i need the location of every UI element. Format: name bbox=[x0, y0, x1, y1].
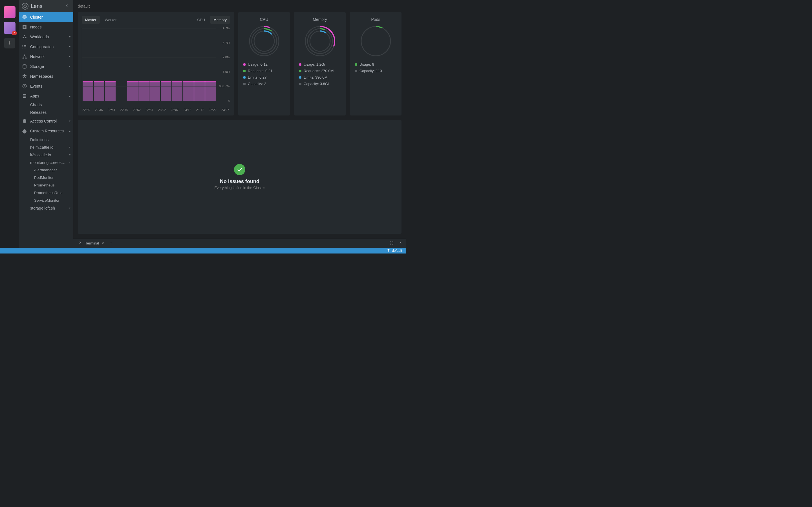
sidebar-item-configuration[interactable]: Configuration ▾ bbox=[19, 42, 73, 52]
legend-text: Requests: 0.21 bbox=[248, 69, 272, 73]
sidebar-sub-alertmanager[interactable]: Alertmanager bbox=[19, 166, 73, 174]
chevron-up-icon: ▴ bbox=[69, 94, 70, 98]
sidebar-item-namespaces[interactable]: Namespaces bbox=[19, 71, 73, 81]
sidebar-item-label: Access Control bbox=[30, 119, 66, 123]
close-icon[interactable]: ✕ bbox=[101, 241, 104, 245]
fullscreen-icon[interactable] bbox=[390, 241, 394, 245]
svg-line-4 bbox=[23, 16, 24, 17]
sidebar-sub-prometheusrule[interactable]: PrometheusRule bbox=[19, 189, 73, 196]
sidebar-sub-k3s[interactable]: k3s.cattle.io ▾ bbox=[19, 151, 73, 159]
gauge-title: Pods bbox=[355, 17, 396, 22]
svg-point-17 bbox=[22, 45, 23, 46]
shield-icon bbox=[22, 118, 28, 124]
toggle-master[interactable]: Master bbox=[82, 16, 100, 24]
memory-gauge-panel: Memory Usage: 1.2Gi Requests: 270.0Mi Li… bbox=[294, 12, 346, 115]
sidebar-item-events[interactable]: Events bbox=[19, 81, 73, 91]
svg-rect-29 bbox=[23, 94, 24, 95]
chart-bar bbox=[194, 82, 205, 101]
svg-rect-36 bbox=[24, 97, 25, 98]
sidebar-sub-podmonitor[interactable]: PodMonitor bbox=[19, 174, 73, 181]
sidebar-item-apps[interactable]: Apps ▴ bbox=[19, 91, 73, 101]
svg-rect-37 bbox=[26, 97, 26, 98]
sidebar-item-cluster[interactable]: Cluster bbox=[19, 12, 73, 22]
chart-ylabel: 2.8Gi bbox=[223, 55, 230, 59]
cluster-icon-1[interactable] bbox=[4, 6, 15, 18]
svg-point-46 bbox=[310, 31, 330, 51]
sidebar-sub-releases[interactable]: Releases bbox=[19, 108, 73, 116]
chart-bar bbox=[139, 82, 149, 101]
sidebar-item-nodes[interactable]: Nodes bbox=[19, 22, 73, 32]
issues-subtitle: Everything is fine in the Cluster bbox=[214, 186, 265, 190]
sidebar-item-label: Cluster bbox=[30, 15, 70, 19]
cpu-gauge-ring bbox=[248, 25, 280, 57]
sidebar-item-workloads[interactable]: Workloads ▾ bbox=[19, 32, 73, 42]
legend-limits: Limits: 390.0Mi bbox=[299, 75, 341, 79]
toggle-cpu[interactable]: CPU bbox=[194, 16, 208, 24]
legend-capacity: Capacity: 2 bbox=[243, 82, 285, 86]
sidebar-sub-helm[interactable]: helm.cattle.io ▾ bbox=[19, 144, 73, 151]
chart-ylabel: 953.7Mi bbox=[219, 84, 230, 88]
svg-line-24 bbox=[24, 55, 26, 58]
svg-rect-34 bbox=[26, 96, 26, 96]
list-icon bbox=[22, 44, 28, 50]
svg-point-11 bbox=[24, 35, 26, 36]
status-namespace[interactable]: default bbox=[392, 249, 402, 252]
svg-point-21 bbox=[22, 57, 23, 58]
sidebar-item-network[interactable]: Network ▾ bbox=[19, 52, 73, 61]
legend-usage: Usage: 8 bbox=[355, 62, 396, 66]
legend-dot-green bbox=[299, 70, 301, 72]
breadcrumb: default bbox=[73, 0, 406, 12]
check-circle-icon bbox=[234, 164, 245, 175]
chart-xlabel: 23:02 bbox=[158, 108, 167, 112]
chart-ylabel: 0 bbox=[229, 99, 230, 103]
sidebar-item-label: Nodes bbox=[30, 25, 70, 29]
svg-point-45 bbox=[308, 29, 333, 54]
legend-usage: Usage: 1.2Gi bbox=[299, 62, 341, 66]
toggle-memory[interactable]: Memory bbox=[210, 16, 230, 24]
lens-logo-icon bbox=[22, 3, 29, 10]
sidebar-item-storage[interactable]: Storage ▾ bbox=[19, 61, 73, 71]
chart-bar bbox=[94, 82, 105, 101]
chart-bar bbox=[172, 82, 183, 101]
chart-xlabel: 22:36 bbox=[95, 108, 104, 112]
sidebar-item-label: Events bbox=[30, 84, 70, 89]
chevron-up-icon[interactable] bbox=[399, 241, 403, 245]
cluster-icon-2[interactable]: 7 bbox=[4, 22, 15, 34]
chart-yaxis: 4.7Gi3.7Gi2.8Gi1.9Gi953.7Mi0 bbox=[216, 28, 230, 107]
collapse-sidebar-button[interactable] bbox=[63, 2, 70, 10]
svg-line-7 bbox=[25, 16, 27, 17]
terminal-icon bbox=[79, 241, 83, 245]
storage-icon bbox=[22, 64, 28, 69]
svg-point-1 bbox=[24, 17, 25, 17]
sidebar-item-label: Configuration bbox=[30, 45, 66, 49]
chart-ylabel: 1.9Gi bbox=[223, 70, 230, 73]
svg-point-22 bbox=[26, 57, 27, 58]
dashboard-row: Master Worker CPU Memory 4.7Gi3.7Gi2.8Gi… bbox=[73, 12, 406, 120]
status-bar: default bbox=[0, 248, 406, 253]
metric-toggle: CPU Memory bbox=[194, 16, 230, 24]
issues-title: No issues found bbox=[220, 179, 259, 184]
chevron-down-icon: ▾ bbox=[69, 207, 70, 210]
sidebar-sub-storage-loft[interactable]: storage.loft.sh ▾ bbox=[19, 204, 73, 212]
legend-dot-green bbox=[355, 63, 357, 66]
chart-xaxis: 22:3022:3622:4122:4622:5222:5723:0223:07… bbox=[82, 108, 230, 112]
sidebar-item-access-control[interactable]: Access Control ▾ bbox=[19, 116, 73, 126]
sidebar-sub-charts[interactable]: Charts bbox=[19, 101, 73, 108]
sidebar-header: Lens bbox=[19, 0, 73, 12]
sidebar-sub-definitions[interactable]: Definitions bbox=[19, 136, 73, 144]
sidebar-sub-label: storage.loft.sh bbox=[30, 206, 69, 210]
sidebar-sub-servicemonitor[interactable]: ServiceMonitor bbox=[19, 196, 73, 204]
legend-limits: Limits: 0.27 bbox=[243, 75, 285, 79]
toggle-worker[interactable]: Worker bbox=[101, 16, 120, 24]
add-terminal-button[interactable]: + bbox=[109, 240, 112, 246]
svg-marker-53 bbox=[387, 249, 390, 251]
overview-chart-panel: Master Worker CPU Memory 4.7Gi3.7Gi2.8Gi… bbox=[78, 12, 234, 115]
sidebar-sub-monitoring[interactable]: monitoring.coreos… ▴ bbox=[19, 159, 73, 166]
sidebar-item-custom-resources[interactable]: Custom Resources ▴ bbox=[19, 126, 73, 136]
add-cluster-button[interactable]: + bbox=[4, 38, 15, 48]
legend-dot-gray bbox=[243, 83, 246, 85]
chevron-down-icon: ▾ bbox=[69, 55, 70, 58]
chart-xlabel: 23:17 bbox=[196, 108, 205, 112]
terminal-tab[interactable]: Terminal ✕ bbox=[77, 240, 107, 247]
sidebar-sub-prometheus[interactable]: Prometheus bbox=[19, 181, 73, 189]
